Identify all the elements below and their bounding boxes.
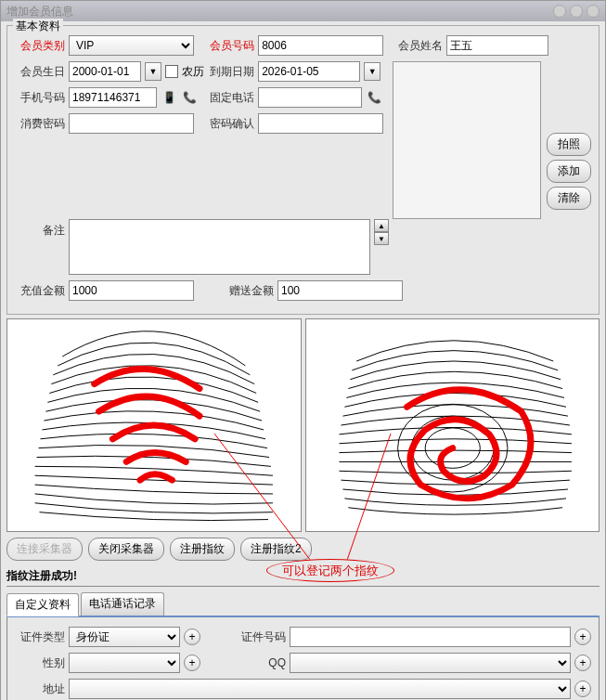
fingerprint-panel bbox=[6, 318, 600, 532]
label-qq: QQ bbox=[236, 656, 286, 669]
fingerprint-1 bbox=[6, 318, 302, 532]
titlebar[interactable]: 增加会员信息 bbox=[1, 1, 605, 21]
scroll-down-icon[interactable]: ▼ bbox=[374, 232, 389, 245]
plus-icon-4[interactable]: + bbox=[574, 655, 591, 671]
close-btn[interactable] bbox=[587, 5, 600, 18]
expiry-input[interactable] bbox=[258, 61, 360, 82]
plus-icon[interactable]: + bbox=[184, 629, 200, 645]
register-fp-btn[interactable]: 注册指纹 bbox=[170, 538, 235, 561]
id-type-select[interactable]: 身份证 bbox=[69, 627, 180, 647]
calendar-icon[interactable]: ▼ bbox=[145, 62, 161, 81]
address-select[interactable] bbox=[69, 679, 571, 699]
window-controls bbox=[553, 5, 600, 18]
label-consume-pwd: 消费密码 bbox=[15, 116, 65, 132]
calendar-icon-2[interactable]: ▼ bbox=[364, 62, 380, 81]
tab-call-log[interactable]: 电话通话记录 bbox=[81, 592, 164, 616]
member-type-select[interactable]: VIP bbox=[69, 35, 194, 56]
id-number-input[interactable] bbox=[290, 627, 571, 647]
label-expiry: 到期日期 bbox=[204, 64, 254, 80]
clear-btn[interactable]: 清除 bbox=[547, 187, 591, 210]
member-name-input[interactable] bbox=[446, 35, 548, 56]
phone-input[interactable] bbox=[69, 87, 157, 108]
label-member-type: 会员类别 bbox=[15, 38, 65, 54]
label-pwd-confirm: 密码确认 bbox=[204, 116, 254, 132]
birthday-input[interactable] bbox=[69, 61, 141, 82]
fixed-phone-input[interactable] bbox=[258, 87, 362, 108]
window-title: 增加会员信息 bbox=[6, 4, 553, 19]
consume-pwd-input[interactable] bbox=[69, 113, 194, 134]
fingerprint-2 bbox=[305, 318, 600, 532]
photo-preview bbox=[393, 61, 541, 219]
dial-icon-2[interactable]: 📞 bbox=[366, 89, 382, 106]
label-phone: 手机号码 bbox=[15, 90, 65, 106]
take-photo-btn[interactable]: 拍照 bbox=[547, 133, 591, 156]
annotation-text: 可以登记两个指纹 bbox=[266, 559, 394, 582]
qq-select[interactable] bbox=[290, 653, 571, 673]
add-btn[interactable]: 添加 bbox=[547, 160, 591, 183]
label-remark: 备注 bbox=[15, 219, 65, 239]
label-address: 地址 bbox=[15, 681, 65, 697]
label-lunar: 农历 bbox=[182, 64, 204, 80]
label-gift: 赠送金额 bbox=[224, 283, 274, 299]
label-member-code: 会员号码 bbox=[204, 38, 254, 54]
label-fixed-phone: 固定电话 bbox=[204, 90, 254, 106]
label-id-number: 证件号码 bbox=[236, 629, 286, 645]
tab-custom-data[interactable]: 自定义资料 bbox=[6, 593, 79, 616]
groupbox-basic: 基本资料 会员类别 VIP 会员生日 ▼ 农历 手机号码 📱 bbox=[6, 25, 600, 315]
label-birthday: 会员生日 bbox=[15, 64, 65, 80]
gift-input[interactable] bbox=[277, 280, 403, 301]
tab-content: 证件类型 身份证 + 证件号码 + 性别 + QQ + 地址 + bbox=[6, 617, 600, 700]
member-code-input[interactable] bbox=[258, 35, 383, 56]
plus-icon-2[interactable]: + bbox=[574, 629, 591, 645]
sim-icon[interactable]: 📱 bbox=[161, 89, 177, 106]
groupbox-title: 基本资料 bbox=[13, 19, 63, 34]
label-recharge: 充值金额 bbox=[15, 283, 65, 299]
annotation-bubble: 可以登记两个指纹 bbox=[266, 563, 394, 579]
connect-collector-btn[interactable]: 连接采集器 bbox=[6, 538, 83, 561]
scroll-up-icon[interactable]: ▲ bbox=[374, 219, 389, 232]
close-collector-btn[interactable]: 关闭采集器 bbox=[88, 538, 164, 561]
plus-icon-3[interactable]: + bbox=[184, 655, 200, 671]
maximize-btn[interactable] bbox=[570, 5, 583, 18]
tabs: 自定义资料 电话通话记录 bbox=[6, 592, 600, 617]
lunar-checkbox[interactable] bbox=[165, 65, 178, 78]
plus-icon-5[interactable]: + bbox=[574, 681, 591, 697]
minimize-btn[interactable] bbox=[553, 5, 566, 18]
pwd-confirm-input[interactable] bbox=[258, 113, 383, 134]
recharge-input[interactable] bbox=[69, 280, 194, 301]
collector-buttons: 连接采集器 关闭采集器 注册指纹 注册指纹2 bbox=[6, 538, 600, 561]
window: 增加会员信息 基本资料 会员类别 VIP 会员生日 ▼ 农历 bbox=[0, 0, 606, 700]
remark-textarea[interactable] bbox=[69, 219, 370, 275]
gender-select[interactable] bbox=[69, 653, 180, 673]
label-member-name: 会员姓名 bbox=[393, 38, 443, 54]
status-section: 指纹注册成功! 可以登记两个指纹 bbox=[6, 566, 600, 587]
label-id-type: 证件类型 bbox=[15, 629, 65, 645]
label-gender: 性别 bbox=[15, 655, 65, 671]
register-fp2-btn[interactable]: 注册指纹2 bbox=[240, 538, 312, 561]
dial-icon[interactable]: 📞 bbox=[181, 89, 198, 106]
